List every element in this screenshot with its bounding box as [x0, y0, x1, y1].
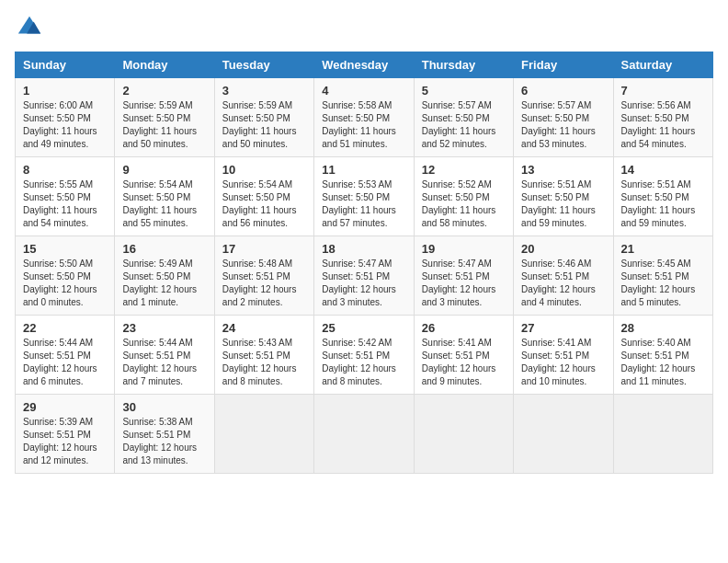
weekday-header-sunday: Sunday	[16, 52, 115, 78]
day-number: 3	[222, 84, 306, 98]
day-number: 10	[222, 163, 306, 177]
day-number: 14	[621, 163, 705, 177]
day-number: 17	[222, 242, 306, 256]
calendar-week-5: 29 Sunrise: 5:39 AM Sunset: 5:51 PM Dayl…	[16, 395, 713, 474]
day-number: 12	[422, 163, 506, 177]
calendar-cell: 2 Sunrise: 5:59 AM Sunset: 5:50 PM Dayli…	[115, 78, 214, 157]
calendar-cell: 5 Sunrise: 5:57 AM Sunset: 5:50 PM Dayli…	[414, 78, 513, 157]
day-number: 25	[322, 321, 405, 335]
day-detail: Sunrise: 5:59 AM Sunset: 5:50 PM Dayligh…	[122, 99, 206, 151]
calendar-week-3: 15 Sunrise: 5:50 AM Sunset: 5:50 PM Dayl…	[16, 236, 713, 316]
day-detail: Sunrise: 5:54 AM Sunset: 5:50 PM Dayligh…	[122, 178, 206, 230]
day-detail: Sunrise: 5:41 AM Sunset: 5:51 PM Dayligh…	[521, 337, 605, 388]
page-header	[15, 15, 713, 40]
day-detail: Sunrise: 5:46 AM Sunset: 5:51 PM Dayligh…	[521, 258, 605, 309]
day-detail: Sunrise: 5:51 AM Sunset: 5:50 PM Dayligh…	[621, 178, 705, 230]
day-detail: Sunrise: 5:47 AM Sunset: 5:51 PM Dayligh…	[322, 258, 405, 309]
day-detail: Sunrise: 5:57 AM Sunset: 5:50 PM Dayligh…	[422, 99, 506, 151]
day-number: 18	[322, 242, 405, 256]
day-number: 7	[621, 84, 705, 98]
day-detail: Sunrise: 5:47 AM Sunset: 5:51 PM Dayligh…	[422, 258, 506, 309]
day-number: 2	[122, 84, 206, 98]
day-detail: Sunrise: 5:53 AM Sunset: 5:50 PM Dayligh…	[322, 178, 405, 230]
day-detail: Sunrise: 5:44 AM Sunset: 5:51 PM Dayligh…	[23, 337, 107, 388]
calendar-cell: 30 Sunrise: 5:38 AM Sunset: 5:51 PM Dayl…	[115, 395, 214, 474]
weekday-header-friday: Friday	[514, 52, 613, 78]
day-detail: Sunrise: 5:48 AM Sunset: 5:51 PM Dayligh…	[222, 258, 306, 309]
day-detail: Sunrise: 5:52 AM Sunset: 5:50 PM Dayligh…	[422, 178, 506, 230]
calendar-cell: 8 Sunrise: 5:55 AM Sunset: 5:50 PM Dayli…	[16, 157, 115, 236]
calendar-cell: 28 Sunrise: 5:40 AM Sunset: 5:51 PM Dayl…	[613, 316, 712, 395]
calendar-cell	[613, 395, 712, 474]
day-detail: Sunrise: 5:41 AM Sunset: 5:51 PM Dayligh…	[422, 337, 506, 388]
calendar-week-2: 8 Sunrise: 5:55 AM Sunset: 5:50 PM Dayli…	[16, 157, 713, 236]
day-detail: Sunrise: 5:59 AM Sunset: 5:50 PM Dayligh…	[222, 99, 306, 151]
day-detail: Sunrise: 5:40 AM Sunset: 5:51 PM Dayligh…	[621, 337, 705, 388]
weekday-header-thursday: Thursday	[414, 52, 513, 78]
weekday-header-monday: Monday	[115, 52, 214, 78]
day-number: 27	[521, 321, 605, 335]
day-number: 8	[23, 163, 107, 177]
day-number: 20	[521, 242, 605, 256]
day-number: 22	[23, 321, 107, 335]
logo	[15, 15, 42, 40]
day-number: 1	[23, 84, 107, 98]
day-number: 29	[23, 400, 107, 414]
calendar-week-4: 22 Sunrise: 5:44 AM Sunset: 5:51 PM Dayl…	[16, 316, 713, 395]
calendar-cell: 16 Sunrise: 5:49 AM Sunset: 5:50 PM Dayl…	[115, 236, 214, 316]
day-number: 15	[23, 242, 107, 256]
calendar-cell: 21 Sunrise: 5:45 AM Sunset: 5:51 PM Dayl…	[613, 236, 712, 316]
calendar-cell: 1 Sunrise: 6:00 AM Sunset: 5:50 PM Dayli…	[16, 78, 115, 157]
day-number: 30	[122, 400, 206, 414]
day-detail: Sunrise: 5:57 AM Sunset: 5:50 PM Dayligh…	[521, 99, 605, 151]
weekday-header-saturday: Saturday	[613, 52, 712, 78]
calendar-cell: 4 Sunrise: 5:58 AM Sunset: 5:50 PM Dayli…	[314, 78, 414, 157]
calendar-cell: 27 Sunrise: 5:41 AM Sunset: 5:51 PM Dayl…	[514, 316, 613, 395]
day-number: 6	[521, 84, 605, 98]
day-number: 16	[122, 242, 206, 256]
calendar-cell: 26 Sunrise: 5:41 AM Sunset: 5:51 PM Dayl…	[414, 316, 513, 395]
calendar-table: SundayMondayTuesdayWednesdayThursdayFrid…	[15, 52, 713, 474]
day-detail: Sunrise: 5:56 AM Sunset: 5:50 PM Dayligh…	[621, 99, 705, 151]
calendar-cell: 3 Sunrise: 5:59 AM Sunset: 5:50 PM Dayli…	[214, 78, 313, 157]
day-number: 13	[521, 163, 605, 177]
day-detail: Sunrise: 6:00 AM Sunset: 5:50 PM Dayligh…	[23, 99, 107, 151]
day-detail: Sunrise: 5:58 AM Sunset: 5:50 PM Dayligh…	[322, 99, 405, 151]
day-detail: Sunrise: 5:45 AM Sunset: 5:51 PM Dayligh…	[621, 258, 705, 309]
day-number: 28	[621, 321, 705, 335]
calendar-cell	[214, 395, 313, 474]
calendar-cell	[514, 395, 613, 474]
day-number: 21	[621, 242, 705, 256]
calendar-cell: 6 Sunrise: 5:57 AM Sunset: 5:50 PM Dayli…	[514, 78, 613, 157]
calendar-cell: 15 Sunrise: 5:50 AM Sunset: 5:50 PM Dayl…	[16, 236, 115, 316]
logo-icon	[17, 15, 42, 40]
calendar-cell: 22 Sunrise: 5:44 AM Sunset: 5:51 PM Dayl…	[16, 316, 115, 395]
day-detail: Sunrise: 5:54 AM Sunset: 5:50 PM Dayligh…	[222, 178, 306, 230]
calendar-cell: 10 Sunrise: 5:54 AM Sunset: 5:50 PM Dayl…	[214, 157, 313, 236]
day-detail: Sunrise: 5:44 AM Sunset: 5:51 PM Dayligh…	[122, 337, 206, 388]
day-number: 11	[322, 163, 405, 177]
calendar-cell: 7 Sunrise: 5:56 AM Sunset: 5:50 PM Dayli…	[613, 78, 712, 157]
calendar-cell	[314, 395, 414, 474]
calendar-cell: 12 Sunrise: 5:52 AM Sunset: 5:50 PM Dayl…	[414, 157, 513, 236]
calendar-cell: 11 Sunrise: 5:53 AM Sunset: 5:50 PM Dayl…	[314, 157, 414, 236]
day-number: 24	[222, 321, 306, 335]
weekday-header-wednesday: Wednesday	[314, 52, 414, 78]
calendar-week-1: 1 Sunrise: 6:00 AM Sunset: 5:50 PM Dayli…	[16, 78, 713, 157]
day-number: 9	[122, 163, 206, 177]
weekday-header-tuesday: Tuesday	[214, 52, 313, 78]
calendar-cell: 18 Sunrise: 5:47 AM Sunset: 5:51 PM Dayl…	[314, 236, 414, 316]
day-detail: Sunrise: 5:38 AM Sunset: 5:51 PM Dayligh…	[122, 416, 206, 467]
calendar-cell: 29 Sunrise: 5:39 AM Sunset: 5:51 PM Dayl…	[16, 395, 115, 474]
day-detail: Sunrise: 5:55 AM Sunset: 5:50 PM Dayligh…	[23, 178, 107, 230]
calendar-cell: 20 Sunrise: 5:46 AM Sunset: 5:51 PM Dayl…	[514, 236, 613, 316]
day-number: 4	[322, 84, 405, 98]
day-detail: Sunrise: 5:51 AM Sunset: 5:50 PM Dayligh…	[521, 178, 605, 230]
calendar-cell	[414, 395, 513, 474]
day-detail: Sunrise: 5:49 AM Sunset: 5:50 PM Dayligh…	[122, 258, 206, 309]
calendar-cell: 14 Sunrise: 5:51 AM Sunset: 5:50 PM Dayl…	[613, 157, 712, 236]
calendar-cell: 9 Sunrise: 5:54 AM Sunset: 5:50 PM Dayli…	[115, 157, 214, 236]
day-detail: Sunrise: 5:50 AM Sunset: 5:50 PM Dayligh…	[23, 258, 107, 309]
day-number: 5	[422, 84, 506, 98]
day-number: 23	[122, 321, 206, 335]
